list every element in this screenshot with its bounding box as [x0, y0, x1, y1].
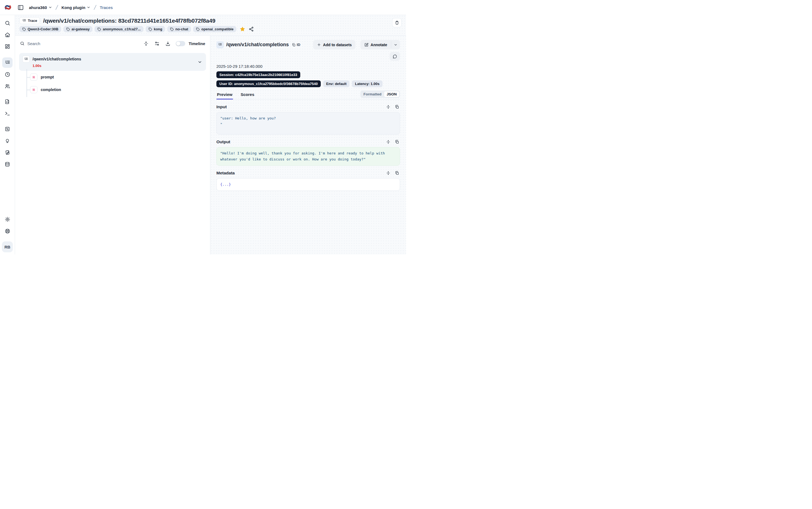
timeline-toggle[interactable]	[176, 41, 185, 46]
copy-content-button[interactable]	[394, 139, 400, 145]
collapse-all-button[interactable]	[142, 39, 150, 47]
gear-icon	[5, 216, 10, 222]
collapse-section-button[interactable]	[385, 170, 391, 176]
comments-button[interactable]	[390, 52, 400, 61]
sidebar-item-search[interactable]	[2, 18, 12, 28]
page-label: Traces	[100, 5, 113, 10]
breadcrumb-page[interactable]: Traces	[100, 5, 113, 10]
sidebar-item-evaluation[interactable]	[2, 124, 12, 134]
bookmark-star-icon[interactable]	[239, 26, 245, 32]
sidebar-item-support[interactable]	[2, 226, 12, 236]
search-icon	[20, 41, 25, 46]
sidebar-item-users[interactable]	[2, 81, 12, 91]
tree-node-name: prompt	[41, 75, 54, 79]
sidebar-item-settings[interactable]	[2, 214, 12, 224]
tag-icon	[97, 27, 101, 31]
collapse-section-button[interactable]	[385, 104, 391, 110]
collapse-section-button[interactable]	[385, 139, 391, 145]
annotate-button[interactable]: Annotate	[360, 40, 391, 49]
format-option-json[interactable]: JSON	[384, 91, 400, 97]
tag-pill[interactable]: Qwen3-Coder:30B	[20, 26, 61, 32]
sidebar-item-prompts[interactable]	[2, 97, 12, 106]
sidebar-item-playground[interactable]	[2, 109, 12, 118]
plus-icon	[317, 43, 321, 47]
fold-vertical-icon	[143, 41, 149, 46]
search-input[interactable]	[27, 41, 139, 46]
tree-connector	[27, 77, 30, 78]
sidebar-item-insights[interactable]	[2, 136, 12, 145]
latency-badge: Latency: 1.00s	[352, 80, 382, 87]
format-option-formatted[interactable]: Formatted	[361, 91, 384, 97]
sidebar-item-dashboards[interactable]	[2, 42, 12, 51]
breadcrumb-org[interactable]: ahura360	[29, 5, 52, 10]
search-box[interactable]	[20, 41, 139, 46]
avatar-initials: RB	[4, 245, 10, 249]
share-icon[interactable]	[249, 27, 254, 32]
copy-content-button[interactable]	[394, 170, 400, 176]
view-settings-button[interactable]	[153, 39, 161, 47]
sidebar-item-datasets[interactable]	[2, 160, 12, 169]
user-id-badge[interactable]: User ID: anonymous_c1fca2795bbedc5f36678…	[216, 80, 321, 87]
sidebar-item-home[interactable]	[2, 30, 12, 39]
lightbulb-icon	[5, 138, 10, 143]
collapse-node-button[interactable]	[197, 60, 202, 64]
annotate-dropdown-button[interactable]	[391, 40, 400, 49]
sidebar-item-tracing[interactable]	[2, 58, 12, 68]
trace-node-badge	[216, 41, 224, 48]
metadata-content[interactable]: {...}	[216, 178, 400, 191]
breadcrumb: ahura360 Kong plugin Traces	[29, 4, 113, 10]
download-button[interactable]	[164, 39, 172, 47]
list-tree-icon	[22, 19, 26, 23]
trash-icon	[395, 20, 400, 25]
user-avatar[interactable]: RB	[2, 241, 13, 252]
tag-pill[interactable]: openai_compatible	[193, 26, 236, 32]
fold-vertical-icon	[386, 140, 391, 144]
add-to-datasets-label: Add to datasets	[323, 43, 352, 47]
search-icon	[5, 20, 10, 26]
file-pen-icon	[5, 150, 10, 155]
terminal-icon	[5, 111, 10, 116]
dashboard-icon	[5, 44, 10, 49]
tag-pill[interactable]: ai-gateway	[63, 26, 93, 32]
breadcrumb-project[interactable]: Kong plugin	[62, 5, 90, 10]
sidebar-toggle-button[interactable]	[16, 3, 25, 11]
tag-pill[interactable]: no-chat	[167, 26, 191, 32]
org-label: ahura360	[29, 5, 47, 10]
app-logo-icon	[4, 3, 12, 11]
delete-trace-button[interactable]	[392, 18, 402, 27]
copy-icon	[395, 105, 399, 109]
icon-sidebar: RB	[0, 15, 15, 254]
add-to-datasets-button[interactable]: Add to datasets	[313, 40, 356, 49]
sidebar-item-annotation[interactable]	[2, 148, 12, 157]
tab-preview[interactable]: Preview	[216, 90, 233, 99]
tag-label: openai_compatible	[201, 27, 233, 31]
tree-node-child[interactable]: prompt	[23, 71, 206, 83]
copy-content-button[interactable]	[394, 104, 400, 110]
session-badge[interactable]: Session: c42fca19b75e13aac2b2106610f81e3…	[216, 71, 300, 78]
list-tree-icon	[24, 57, 28, 61]
trace-node-badge	[23, 56, 30, 63]
copy-id-button[interactable]: ID	[292, 43, 300, 47]
tag-icon	[148, 27, 152, 31]
trace-header: Trace /qwen/v1/chat/completions: 83cd782…	[15, 15, 406, 36]
chevron-down-icon	[86, 5, 90, 9]
tree-node-child[interactable]: completion	[23, 83, 206, 96]
detail-title: /qwen/v1/chat/completions	[226, 42, 289, 47]
tab-scores[interactable]: Scores	[240, 90, 255, 99]
tag-icon	[66, 27, 70, 31]
tag-pill[interactable]: anonymous_c1fca27...	[95, 26, 143, 32]
tag-icon	[22, 27, 26, 31]
tree-node-duration: 1.00s	[33, 64, 203, 68]
sidebar-item-sessions[interactable]	[2, 70, 12, 79]
detail-tabs: Preview Scores Formatted JSON	[216, 90, 400, 100]
tree-connector	[27, 90, 30, 90]
tree-node-root[interactable]: /qwen/v1/chat/completions 1.00s	[19, 53, 206, 71]
output-content: "Hello! I'm doing well, thank you for as…	[216, 147, 400, 166]
chevron-down-icon	[48, 5, 52, 9]
trace-title: /qwen/v1/chat/completions: 83cd78211d41e…	[43, 18, 215, 24]
tag-label: no-chat	[175, 27, 188, 31]
download-icon	[165, 41, 171, 46]
tree-node-name: completion	[41, 88, 61, 92]
tag-pill[interactable]: kong	[146, 26, 165, 32]
database-icon	[5, 162, 10, 167]
